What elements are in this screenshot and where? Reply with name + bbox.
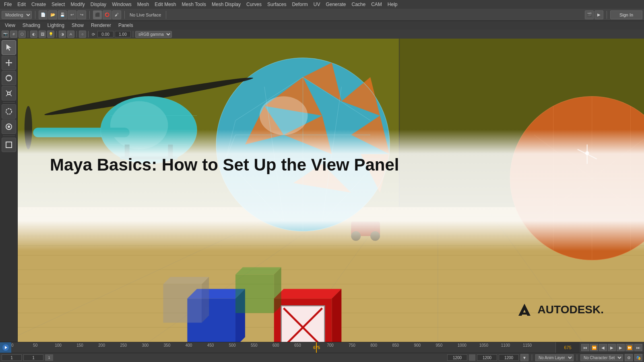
panel-shading[interactable]: Shading bbox=[19, 22, 43, 29]
end-frame-input[interactable] bbox=[23, 354, 43, 361]
menu-cache[interactable]: Cache bbox=[349, 1, 368, 8]
account-section: Sign In bbox=[610, 10, 642, 19]
lasso-tool-button[interactable] bbox=[2, 104, 16, 119]
menu-help[interactable]: Help bbox=[385, 1, 400, 8]
lasso-select-button[interactable]: ⭕ bbox=[103, 10, 111, 19]
tick-700: 700 bbox=[327, 343, 334, 348]
toolbar-sep-3 bbox=[124, 11, 125, 19]
vp-wireframe-button[interactable]: ⬡ bbox=[19, 31, 26, 38]
gamma-input[interactable] bbox=[115, 31, 131, 37]
panel-show[interactable]: Show bbox=[68, 22, 87, 29]
undo-button[interactable]: ↩ bbox=[68, 10, 76, 19]
menu-generate[interactable]: Generate bbox=[323, 1, 348, 8]
range-expand-button[interactable]: ▼ bbox=[520, 354, 528, 361]
panel-panels[interactable]: Panels bbox=[115, 22, 136, 29]
menu-deform[interactable]: Deform bbox=[289, 1, 310, 8]
svg-point-4 bbox=[8, 125, 10, 128]
exposure-input[interactable] bbox=[97, 31, 114, 37]
svg-marker-85 bbox=[202, 277, 209, 323]
panel-lighting[interactable]: Lighting bbox=[44, 22, 68, 29]
go-to-start-button[interactable]: ⏮ bbox=[581, 344, 589, 351]
open-scene-button[interactable]: 📂 bbox=[48, 10, 57, 19]
next-frame-button[interactable]: ▶ bbox=[617, 344, 625, 351]
render-tools: 🎬 ▶ bbox=[585, 10, 603, 19]
frame-indicator: 1 bbox=[45, 354, 53, 361]
paint-tool-button[interactable] bbox=[2, 119, 16, 134]
main-area: Maya Basics: How to Set Up the View Pane… bbox=[0, 39, 644, 342]
char-set-button[interactable]: ⚙ bbox=[625, 354, 633, 361]
menu-surfaces[interactable]: Surfaces bbox=[265, 1, 289, 8]
vp-aa-button[interactable]: A bbox=[67, 31, 74, 38]
mode-section: Modeling bbox=[2, 11, 32, 19]
menu-uv[interactable]: UV bbox=[311, 1, 323, 8]
custom-tool-button[interactable] bbox=[2, 138, 16, 152]
mode-dropdown[interactable]: Modeling bbox=[2, 11, 32, 19]
vp-light-button[interactable]: 💡 bbox=[47, 31, 54, 38]
anim-options-button[interactable]: 🎭 bbox=[634, 354, 642, 361]
vp-shadow-button[interactable]: ◑ bbox=[59, 31, 66, 38]
go-to-end-button[interactable]: ⏭ bbox=[634, 344, 642, 351]
panel-view[interactable]: View bbox=[2, 22, 19, 29]
vp-shading-button[interactable]: ◐ bbox=[30, 31, 37, 38]
svg-marker-83 bbox=[163, 284, 202, 323]
ipr-render-button[interactable]: ▶ bbox=[594, 10, 603, 19]
render-button[interactable]: 🎬 bbox=[585, 10, 594, 19]
range-end2-input[interactable] bbox=[499, 354, 519, 361]
menu-windows[interactable]: Windows bbox=[109, 1, 134, 8]
timeline-ruler[interactable]: 0 50 100 150 200 250 300 350 400 450 500… bbox=[11, 342, 555, 353]
svg-marker-82 bbox=[274, 267, 281, 313]
menu-edit-mesh[interactable]: Edit Mesh bbox=[152, 1, 178, 8]
menu-cam[interactable]: CAM bbox=[369, 1, 384, 8]
tick-950: 950 bbox=[436, 343, 443, 348]
menu-select[interactable]: Select bbox=[49, 1, 67, 8]
scene-svg bbox=[18, 39, 644, 342]
viewport[interactable]: Maya Basics: How to Set Up the View Pane… bbox=[18, 39, 644, 342]
scale-tool-button[interactable] bbox=[2, 86, 16, 101]
menu-create[interactable]: Create bbox=[29, 1, 48, 8]
paint-select-button[interactable]: 🖌 bbox=[112, 10, 121, 19]
svg-point-69 bbox=[370, 231, 380, 241]
sign-in-button[interactable]: Sign In bbox=[610, 10, 642, 19]
menu-mesh-tools[interactable]: Mesh Tools bbox=[180, 1, 208, 8]
select-tool-button[interactable] bbox=[2, 40, 16, 55]
next-key-button[interactable]: ⏩ bbox=[625, 344, 634, 351]
vp-isolate-button[interactable]: ○ bbox=[79, 31, 86, 38]
range-end-input[interactable] bbox=[477, 354, 497, 361]
toolbar-sep-4 bbox=[166, 11, 166, 19]
prev-key-button[interactable]: ⏪ bbox=[590, 344, 598, 351]
viewport-toolbar: 📷 # ⬡ ◐ 🖼 💡 ◑ A ○ ⟳ sRGB gamma bbox=[0, 30, 644, 39]
menu-edit[interactable]: Edit bbox=[15, 1, 28, 8]
vp-camera-button[interactable]: 📷 bbox=[2, 31, 9, 38]
panel-renderer[interactable]: Renderer bbox=[88, 22, 114, 29]
rotate-tool-button[interactable] bbox=[2, 71, 16, 85]
anim-layer-dropdown[interactable]: No Anim Layer bbox=[535, 354, 574, 361]
color-profile-dropdown[interactable]: sRGB gamma bbox=[135, 31, 172, 38]
menu-modify[interactable]: Modify bbox=[68, 1, 87, 8]
scene-title: Maya Basics: How to Set Up the View Pane… bbox=[50, 155, 399, 175]
prev-frame-button[interactable]: ◀ bbox=[599, 344, 607, 351]
svg-point-43 bbox=[260, 97, 308, 135]
menu-mesh-display[interactable]: Mesh Display bbox=[209, 1, 243, 8]
tick-650: 650 bbox=[294, 343, 301, 348]
range-start-input[interactable] bbox=[447, 354, 467, 361]
vp-texture-button[interactable]: 🖼 bbox=[39, 31, 46, 38]
menu-curves[interactable]: Curves bbox=[244, 1, 264, 8]
redo-button[interactable]: ↪ bbox=[77, 10, 86, 19]
no-live-surface-label: No Live Surface bbox=[128, 12, 163, 17]
autodesk-mark-icon bbox=[514, 302, 535, 318]
svg-point-46 bbox=[110, 101, 168, 150]
play-button[interactable]: ▶ bbox=[608, 344, 616, 351]
start-frame-input[interactable] bbox=[2, 354, 22, 361]
save-scene-button[interactable]: 💾 bbox=[58, 10, 67, 19]
move-tool-button[interactable] bbox=[2, 56, 16, 70]
new-scene-button[interactable]: 📄 bbox=[39, 10, 47, 19]
tick-0: 0 bbox=[11, 343, 14, 348]
tick-150: 150 bbox=[76, 343, 83, 348]
vp-sep-3 bbox=[76, 31, 77, 37]
menu-mesh[interactable]: Mesh bbox=[135, 1, 151, 8]
select-by-component-button[interactable]: ⬛ bbox=[93, 10, 102, 19]
vp-grid-button[interactable]: # bbox=[10, 31, 17, 38]
menu-file[interactable]: File bbox=[2, 1, 14, 8]
char-set-dropdown[interactable]: No Character Set bbox=[580, 354, 623, 361]
menu-display[interactable]: Display bbox=[88, 1, 109, 8]
